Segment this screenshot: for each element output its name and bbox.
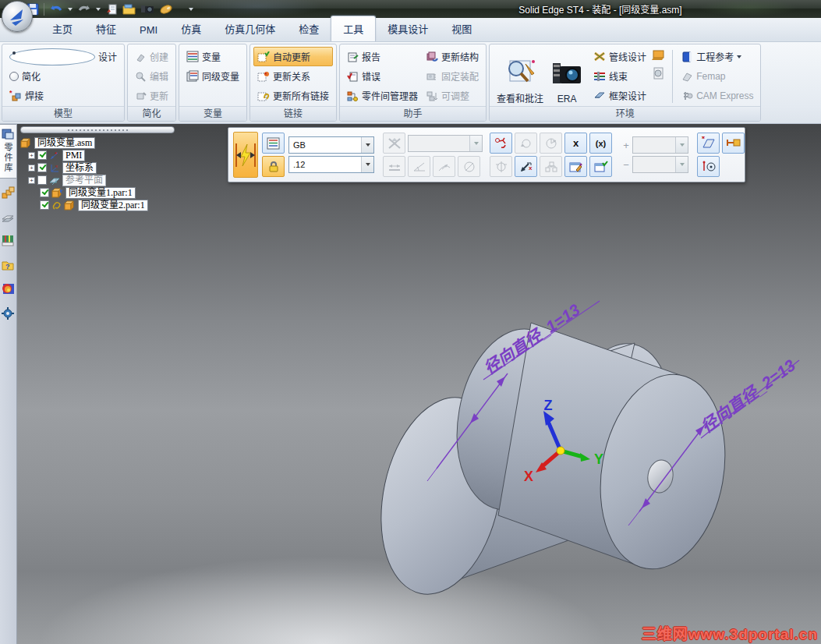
- expand-icon[interactable]: +: [28, 165, 35, 172]
- adjustable-button[interactable]: 可调整: [422, 86, 483, 105]
- symmetric-diameter-button[interactable]: [490, 156, 512, 177]
- upper-tolerance-select[interactable]: [632, 136, 688, 154]
- publish-icon[interactable]: [652, 67, 666, 80]
- update-button[interactable]: 更新: [131, 86, 172, 105]
- expand-icon[interactable]: +: [28, 177, 35, 184]
- edit-formula-button[interactable]: [564, 156, 587, 177]
- design-radio[interactable]: 设计: [5, 47, 121, 66]
- tree-row-csys[interactable]: + x 坐标系: [19, 161, 186, 174]
- undo-button[interactable]: [49, 2, 63, 17]
- tab-features[interactable]: 特征: [84, 16, 128, 41]
- tree-row-pmi[interactable]: + * PMI: [19, 149, 186, 161]
- select-tool-button[interactable]: [105, 2, 118, 17]
- edgebar-tab-settings[interactable]: [0, 303, 17, 324]
- edgebar-tab-layers[interactable]: [0, 206, 17, 227]
- group-label-assistants[interactable]: 助手: [340, 106, 486, 121]
- pmi-checkbox[interactable]: [37, 150, 47, 160]
- edgebar-tab-sensors[interactable]: [0, 230, 17, 251]
- tab-home[interactable]: 主页: [41, 16, 84, 41]
- report-button[interactable]: 报告: [343, 47, 422, 66]
- era-camera-button[interactable]: [140, 2, 154, 17]
- open-folder-button[interactable]: [122, 2, 136, 17]
- tree-row-root[interactable]: 同级变量.asm: [19, 136, 186, 149]
- group-label-links[interactable]: 链接: [250, 106, 336, 121]
- dimension-style-select[interactable]: GB: [288, 136, 374, 154]
- part1-checkbox[interactable]: [40, 188, 49, 197]
- part2-checkbox[interactable]: [40, 200, 49, 210]
- tab-inspect[interactable]: 检查: [287, 16, 331, 41]
- tab-simulation[interactable]: 仿真: [169, 16, 213, 41]
- tab-pmi[interactable]: PMI: [128, 19, 169, 41]
- element-select-button[interactable]: [722, 133, 745, 154]
- undo-dropdown[interactable]: [68, 8, 73, 11]
- redo-button[interactable]: [77, 2, 91, 17]
- linear-dimension-button[interactable]: [383, 156, 405, 177]
- tab-view[interactable]: 视图: [440, 16, 483, 41]
- expand-icon[interactable]: +: [28, 152, 35, 159]
- csys-checkbox[interactable]: [37, 163, 47, 172]
- dimension-axis-button[interactable]: [383, 133, 405, 154]
- tab-mold-design[interactable]: 模具设计: [376, 16, 440, 41]
- lower-tolerance-select[interactable]: [632, 156, 688, 173]
- edgebar-tab-parts-library[interactable]: 零件库: [0, 124, 17, 179]
- radius-dimension-button[interactable]: [433, 156, 455, 177]
- edit-button[interactable]: 编辑: [131, 66, 172, 86]
- lock-dimension-button[interactable]: [262, 156, 285, 177]
- group-label-environs[interactable]: 环境: [490, 106, 760, 121]
- engineering-reference-button[interactable]: 工程参考: [678, 47, 757, 66]
- smart-dimension-button[interactable]: [233, 132, 258, 178]
- update-structure-button[interactable]: 更新结构: [422, 47, 483, 66]
- sweep-angle-button[interactable]: [540, 133, 562, 154]
- cam-express-button[interactable]: CAM Express: [678, 86, 757, 105]
- diameter-dimension-button[interactable]: [458, 156, 480, 177]
- update-relations-button[interactable]: * 更新关系: [253, 66, 333, 86]
- refplanes-checkbox[interactable]: [37, 175, 47, 185]
- group-label-simplify[interactable]: 简化: [128, 106, 175, 121]
- panel-drag-handle[interactable]: [20, 126, 175, 133]
- angle-dimension-button[interactable]: [408, 156, 430, 177]
- tab-sim-geometry[interactable]: 仿真几何体: [213, 16, 287, 41]
- weld-button[interactable]: * 焊接: [5, 86, 121, 105]
- fixed-assembly-button[interactable]: 固定装配: [422, 66, 483, 86]
- tree-row-refplanes[interactable]: + 参考平面: [19, 174, 186, 186]
- axis-select[interactable]: [408, 135, 483, 152]
- measurement-plane-button[interactable]: *: [697, 133, 720, 154]
- auto-update-button[interactable]: 自动更新: [253, 47, 333, 66]
- driving-dimension-button[interactable]: [490, 133, 512, 154]
- interpart-manager-button[interactable]: 零件间管理器: [343, 86, 422, 105]
- tree-row-part2[interactable]: 同级变量2.par:1: [19, 199, 186, 211]
- update-all-links-button[interactable]: 更新所有链接: [253, 86, 333, 105]
- formula-button[interactable]: (x): [589, 133, 612, 154]
- review-annotate-button[interactable]: 查看和批注: [493, 47, 547, 106]
- tree-row-part1[interactable]: 同级变量1.par:1: [19, 186, 186, 199]
- standard-parts-icon[interactable]: [652, 48, 666, 61]
- errors-button[interactable]: 错误: [343, 66, 422, 86]
- dimension-style-mapping-button[interactable]: [262, 133, 285, 154]
- piping-button[interactable]: 管线设计: [589, 47, 650, 66]
- edgebar-tab-family[interactable]: ?: [0, 254, 17, 275]
- group-label-variables[interactable]: 变量: [179, 106, 246, 121]
- group-label-model[interactable]: 模型: [2, 106, 124, 121]
- application-button[interactable]: [2, 1, 33, 32]
- era-button[interactable]: ERA: [547, 47, 586, 106]
- dimension-group-button[interactable]: [540, 156, 562, 177]
- simplify-radio[interactable]: 简化: [5, 66, 121, 86]
- tab-tools[interactable]: 工具: [331, 16, 376, 41]
- variables-button[interactable]: 变量: [182, 47, 243, 66]
- variable-button[interactable]: x: [564, 133, 587, 154]
- qat-overflow-button[interactable]: [189, 8, 193, 11]
- create-button[interactable]: 创建: [131, 47, 172, 66]
- prefix-button[interactable]: [697, 156, 720, 177]
- round-off-select[interactable]: .12: [288, 156, 374, 173]
- edgebar-tab-assembly-groups[interactable]: [0, 182, 17, 203]
- femap-button[interactable]: Femap: [678, 66, 757, 86]
- edgebar-tab-simulation-results[interactable]: [0, 278, 17, 299]
- redo-dropdown[interactable]: [96, 8, 101, 11]
- harness-button[interactable]: 线束: [589, 66, 650, 86]
- rotate-dimension-button[interactable]: [515, 133, 537, 154]
- delete-relation-button[interactable]: x: [515, 156, 537, 177]
- frame-design-button[interactable]: 框架设计: [589, 86, 650, 105]
- apply-formula-button[interactable]: [589, 156, 612, 177]
- peer-variables-button[interactable]: 同级变量: [182, 66, 243, 86]
- highlighter-button[interactable]: [159, 2, 173, 17]
